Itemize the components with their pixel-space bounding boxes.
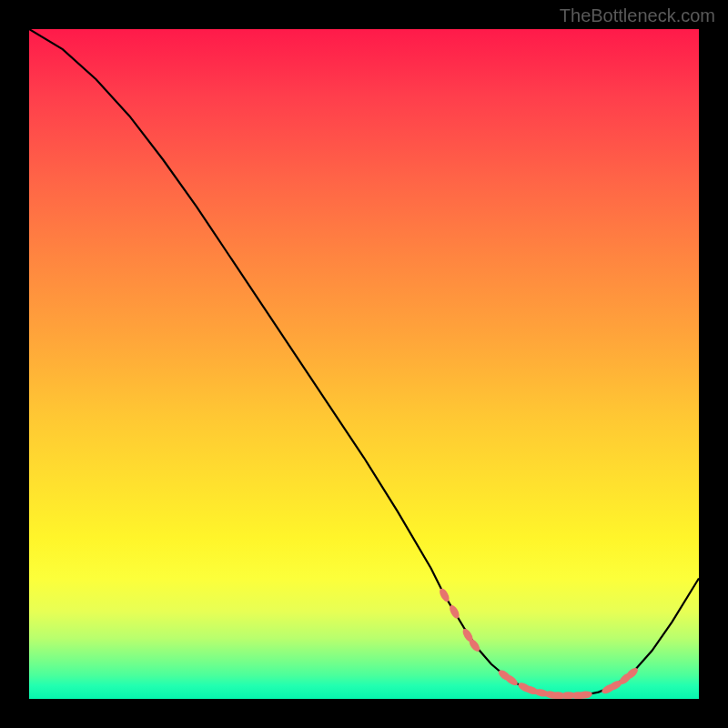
curve-marker <box>448 603 461 620</box>
chart-plot-area <box>29 29 699 699</box>
bottleneck-curve-line <box>29 29 699 695</box>
curve-marker <box>577 691 592 699</box>
curve-markers-group <box>438 587 640 699</box>
curve-marker <box>438 587 451 603</box>
chart-svg <box>29 29 699 699</box>
watermark-text: TheBottleneck.com <box>560 5 715 26</box>
